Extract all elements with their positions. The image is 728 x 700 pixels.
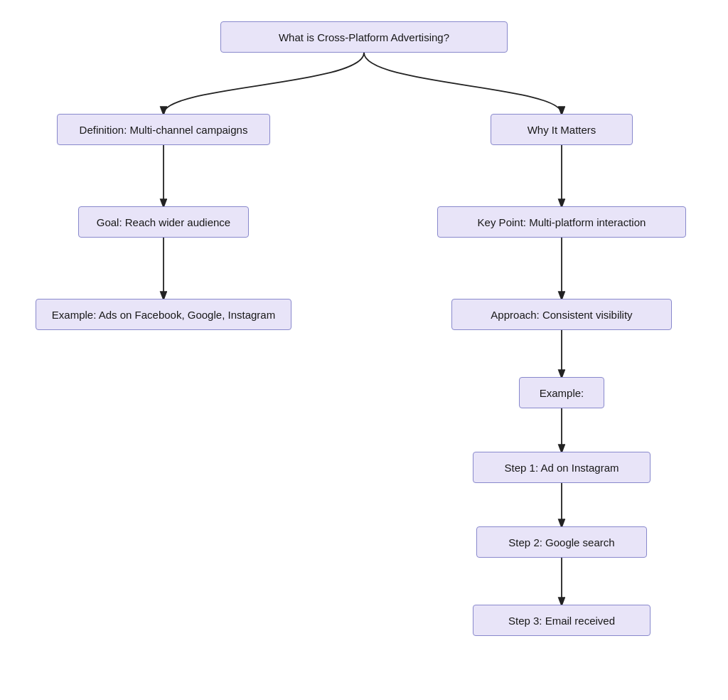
diagram: What is Cross-Platform Advertising? Defi… xyxy=(0,0,728,700)
node-why: Why It Matters xyxy=(491,114,633,145)
node-step2: Step 2: Google search xyxy=(476,526,647,558)
node-approach: Approach: Consistent visibility xyxy=(451,299,672,330)
node-example-right: Example: xyxy=(519,377,604,408)
node-step1: Step 1: Ad on Instagram xyxy=(473,452,651,483)
node-example-left: Example: Ads on Facebook, Google, Instag… xyxy=(36,299,291,330)
node-root: What is Cross-Platform Advertising? xyxy=(220,21,508,53)
node-step3: Step 3: Email received xyxy=(473,605,651,636)
arrows-svg xyxy=(0,0,728,700)
node-definition: Definition: Multi-channel campaigns xyxy=(57,114,270,145)
node-keypoint: Key Point: Multi-platform interaction xyxy=(437,206,686,238)
node-goal: Goal: Reach wider audience xyxy=(78,206,249,238)
